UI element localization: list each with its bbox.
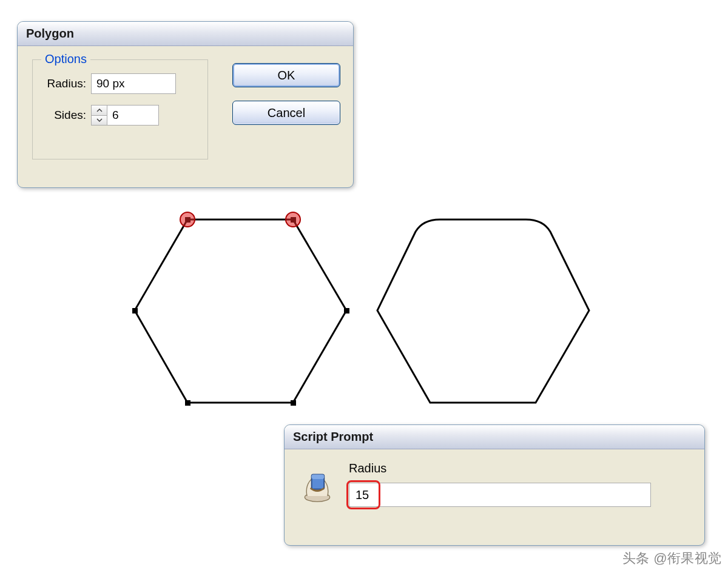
dialog-buttons: OK Cancel <box>232 63 340 174</box>
sides-decrement-button[interactable] <box>92 116 107 126</box>
radius-label: Radius: <box>42 77 86 90</box>
sides-stepper <box>91 105 159 126</box>
chevron-up-icon <box>96 109 103 112</box>
script-radius-input[interactable] <box>349 483 651 507</box>
sides-label: Sides: <box>42 109 86 122</box>
hexagon-sharp <box>132 212 349 406</box>
script-scroll-icon <box>299 469 335 505</box>
polygon-body: Options Radius: Sides: <box>18 46 353 187</box>
polygon-title: Polygon <box>26 27 74 41</box>
svg-marker-1 <box>135 220 346 403</box>
sides-increment-button[interactable] <box>92 106 107 116</box>
script-prompt-titlebar[interactable]: Script Prompt <box>285 425 704 449</box>
sides-input[interactable] <box>107 106 156 125</box>
script-prompt-title: Script Prompt <box>293 430 373 444</box>
sides-field-row: Sides: <box>42 105 198 126</box>
script-field-group: Radius <box>349 461 692 507</box>
radius-input[interactable] <box>91 73 176 94</box>
watermark-text: 头条 @衔果视觉 <box>622 549 722 568</box>
cancel-button[interactable]: Cancel <box>232 101 340 125</box>
script-prompt-label: Radius <box>349 461 692 475</box>
polygon-titlebar[interactable]: Polygon <box>18 22 353 46</box>
svg-rect-5 <box>291 400 296 406</box>
chevron-down-icon <box>96 118 103 122</box>
sides-spinner <box>92 106 107 125</box>
script-input-wrap <box>349 483 651 507</box>
svg-rect-12 <box>312 474 325 479</box>
ok-button[interactable]: OK <box>232 63 340 87</box>
options-groupbox: Options Radius: Sides: <box>32 59 208 159</box>
radius-field-row: Radius: <box>42 73 198 94</box>
svg-rect-7 <box>132 308 138 314</box>
svg-rect-6 <box>185 400 190 406</box>
svg-point-8 <box>180 212 195 227</box>
script-prompt-body: Radius <box>285 449 704 545</box>
hexagon-rounded <box>377 220 589 403</box>
polygon-dialog: Polygon Options Radius: Sides: <box>17 21 354 188</box>
script-prompt-dialog: Script Prompt Radius <box>284 424 705 546</box>
svg-point-9 <box>286 212 300 227</box>
svg-rect-4 <box>344 308 349 314</box>
options-legend: Options <box>41 52 90 66</box>
hexagon-canvas <box>118 206 622 424</box>
